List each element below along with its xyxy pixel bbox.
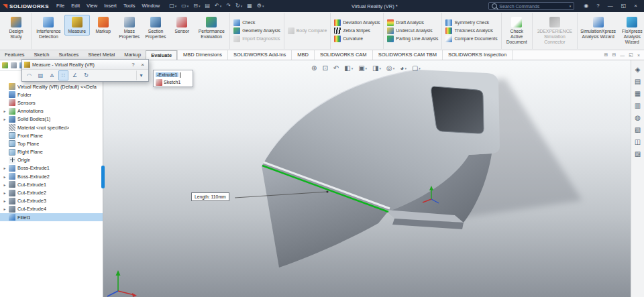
tree-item-fillet1[interactable]: Fillet1: [0, 213, 103, 221]
print-icon[interactable]: ▤: [203, 0, 213, 12]
user-account-button[interactable]: ◉: [580, 0, 592, 12]
tree-item-origin[interactable]: Origin: [0, 156, 103, 164]
redo-icon[interactable]: ↷: [224, 0, 233, 12]
model-opening[interactable]: [431, 86, 484, 133]
open-document-icon[interactable]: ▭▾: [179, 0, 191, 12]
tab-surfaces[interactable]: Surfaces: [54, 50, 84, 60]
appearances-scenes-icon[interactable]: ◍: [635, 114, 641, 121]
sensor-button[interactable]: Sensor: [169, 15, 195, 36]
edit-appearance-icon[interactable]: ◕▾: [400, 64, 407, 72]
view-orientation-icon[interactable]: ▣▾: [358, 64, 367, 72]
tree-item-boss-extrude2[interactable]: ▸Boss-Extrude2: [0, 172, 103, 180]
tab-solidworks-inspection[interactable]: SOLIDWORKS Inspection: [443, 50, 513, 60]
3dexperience-simulation-connector-button[interactable]: 3DEXPERIENCE Simulation Connector: [535, 15, 576, 46]
tab-solidworks-add-ins[interactable]: SOLIDWORKS Add-Ins: [228, 50, 292, 60]
tab-features[interactable]: Features: [0, 50, 30, 60]
measurement-history-icon[interactable]: ↻: [81, 70, 91, 80]
restore-button[interactable]: ◱: [617, 0, 631, 12]
options-icon[interactable]: ⚙▾: [255, 0, 266, 12]
tree-item-folder[interactable]: Folder: [0, 91, 103, 99]
zebra-stripes-button[interactable]: Zebra Stripes: [333, 27, 381, 35]
save-document-icon[interactable]: ⊟▾: [191, 0, 202, 12]
tree-item-top-plane[interactable]: Top Plane: [0, 139, 103, 147]
minimize-button[interactable]: —: [604, 0, 617, 12]
measure-dialog-titlebar[interactable]: Measure - Virtual Reality (VR) ? ×: [22, 60, 148, 70]
graphics-area[interactable]: ⊕⊡↶◧▾▣▾◨▾◎▾◕▾▢▾ Length: 110mm: [103, 60, 631, 297]
point-to-point-icon[interactable]: ∷: [58, 70, 68, 80]
search-input[interactable]: Search Commands ▾: [488, 2, 574, 10]
tab-mbd-dimensions[interactable]: MBD Dimensions: [178, 50, 228, 60]
property-manager-icon[interactable]: [11, 62, 17, 68]
import-diagnostics-button[interactable]: Import Diagnostics: [232, 36, 282, 43]
check-active-document-button[interactable]: Check Active Document: [504, 15, 530, 46]
zoom-fit-icon[interactable]: ⊕: [311, 64, 317, 72]
expand-caret-icon[interactable]: ▸: [3, 206, 7, 211]
pane-toggle-icon[interactable]: ⊟: [612, 52, 616, 58]
tree-item-boss-extrude1[interactable]: ▸Boss-Extrude1: [0, 164, 103, 172]
view-palette-icon[interactable]: ▥: [635, 102, 641, 109]
expand-caret-icon[interactable]: ▸: [3, 166, 7, 170]
tree-item-cut-extrude3[interactable]: ▸Cut-Extrude3: [0, 197, 103, 205]
draft-analysis-button[interactable]: Draft Analysis: [386, 19, 439, 27]
design-library-icon[interactable]: ▤: [635, 78, 641, 85]
tab-solidworks-cam-tbm[interactable]: SOLIDWORKS CAM TBM: [373, 50, 443, 60]
tags-icon[interactable]: ▨: [635, 150, 641, 158]
dialog-help-button[interactable]: ?: [129, 62, 137, 68]
compare-documents-button[interactable]: Compare Documents: [444, 36, 498, 43]
symmetry-check-button[interactable]: Symmetry Check: [444, 19, 498, 27]
tree-item-sensors[interactable]: Sensors: [0, 99, 103, 107]
file-properties-icon[interactable]: ▦: [245, 0, 254, 12]
projected-on-icon[interactable]: ∠: [70, 70, 80, 80]
doc-close-icon[interactable]: ×: [637, 53, 640, 58]
previous-view-icon[interactable]: ↶: [333, 64, 339, 72]
undercut-analysis-button[interactable]: Undercut Analysis: [386, 27, 439, 35]
tab-markup[interactable]: Markup: [119, 50, 146, 60]
view-settings-icon[interactable]: ▢▾: [412, 64, 421, 72]
tree-item-right-plane[interactable]: Right Plane: [0, 148, 103, 156]
menu-window[interactable]: Window: [138, 0, 163, 12]
expand-caret-icon[interactable]: ▸: [3, 198, 7, 203]
rebuild-icon[interactable]: ↻▾: [233, 0, 244, 12]
menu-file[interactable]: File: [53, 0, 68, 12]
search-dropdown-icon[interactable]: ▾: [570, 4, 572, 8]
expand-caret-icon[interactable]: ▸: [3, 117, 7, 121]
section-properties-button[interactable]: Section Properties: [143, 15, 169, 41]
flyout-item[interactable]: Sketch1: [156, 78, 191, 86]
tree-item-front-plane[interactable]: Front Plane: [0, 131, 103, 139]
tree-item-cut-extrude2[interactable]: ▸Cut-Extrude2: [0, 188, 103, 196]
forum-icon[interactable]: ◫: [635, 138, 641, 145]
measure-dropdown-icon[interactable]: ▾: [136, 70, 146, 80]
hide-show-items-icon[interactable]: ◎▾: [386, 64, 394, 72]
featuremanager-design-tree-icon[interactable]: [2, 62, 8, 68]
geometry-analysis-button[interactable]: Geometry Analysis: [232, 27, 282, 35]
tree-item-cut-extrude4[interactable]: ▸Cut-Extrude4: [0, 205, 103, 213]
interference-detection-button[interactable]: Interference Detection: [34, 15, 64, 41]
mass-properties-button[interactable]: Mass Properties: [117, 15, 142, 41]
measure-button[interactable]: Measure: [64, 15, 90, 36]
expand-caret-icon[interactable]: ▸: [3, 190, 7, 195]
help-button[interactable]: ?: [592, 0, 603, 12]
dialog-close-button[interactable]: ×: [139, 62, 146, 68]
check-button[interactable]: Check: [232, 19, 282, 27]
menu-view[interactable]: View: [83, 0, 101, 12]
curvature-button[interactable]: Curvature: [333, 36, 381, 43]
simulationxpress-analysis-wizard-button[interactable]: SimulationXpress Analysis Wizard: [580, 15, 616, 41]
parting-line-analysis-button[interactable]: Parting Line Analysis: [386, 36, 439, 43]
tab-evaluate[interactable]: Evaluate: [146, 50, 177, 60]
zoom-area-icon[interactable]: ⊡: [322, 64, 327, 72]
tab-solidworks-cam[interactable]: SOLIDWORKS CAM: [315, 50, 373, 60]
expand-caret-icon[interactable]: ▸: [3, 174, 7, 179]
deviation-analysis-button[interactable]: Deviation Analysis: [333, 19, 381, 27]
menu-tools[interactable]: Tools: [120, 0, 139, 12]
design-study-button[interactable]: Design Study: [3, 15, 29, 41]
new-document-icon[interactable]: ▢▾: [167, 0, 178, 12]
floxpress-analysis-wizard-button[interactable]: FloXpress Analysis Wizard: [617, 15, 644, 46]
thickness-analysis-button[interactable]: Thickness Analysis: [444, 27, 498, 35]
performance-evaluation-button[interactable]: Performance Evaluation: [195, 15, 227, 41]
doc-restore-icon[interactable]: ◱: [629, 52, 633, 58]
tab-sketch[interactable]: Sketch: [30, 50, 54, 60]
tree-item-cut-extrude1[interactable]: ▸Cut-Extrude1: [0, 180, 103, 188]
file-explorer-icon[interactable]: ▦: [635, 90, 641, 97]
tab-sheet-metal[interactable]: Sheet Metal: [83, 50, 119, 60]
custom-properties-icon[interactable]: ▧: [635, 126, 641, 133]
